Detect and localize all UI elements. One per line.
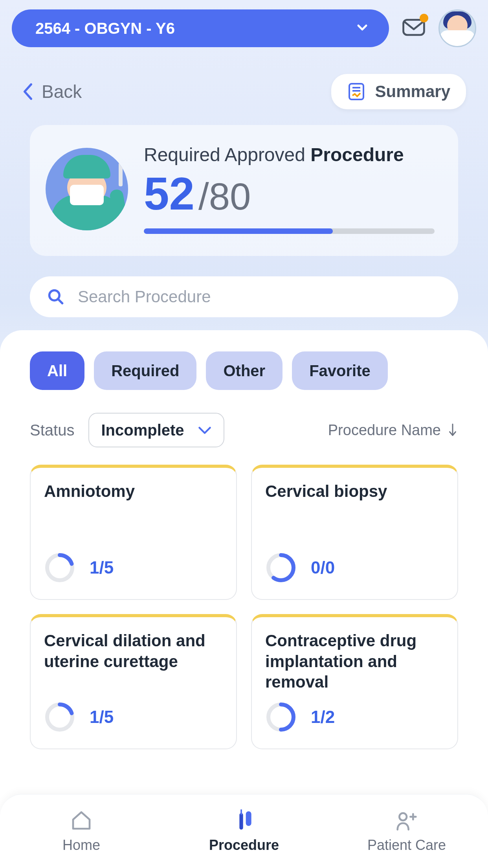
avatar-button[interactable] <box>438 9 476 47</box>
search-bar[interactable] <box>30 276 458 317</box>
mail-button[interactable] <box>402 16 426 40</box>
progress-ring-icon <box>44 552 75 583</box>
procedure-fraction: 0/0 <box>311 558 335 577</box>
procedure-card[interactable]: Cervical biopsy 0/0 <box>251 465 458 600</box>
program-selector[interactable]: 2564 - OBGYN - Y6 <box>12 9 389 47</box>
summary-label: Summary <box>375 82 450 101</box>
summary-icon <box>347 82 366 101</box>
chip-favorite[interactable]: Favorite <box>292 351 388 390</box>
search-icon <box>47 288 64 305</box>
chip-other[interactable]: Other <box>206 351 283 390</box>
sort-button[interactable]: Procedure Name <box>328 422 458 439</box>
program-label: 2564 - OBGYN - Y6 <box>35 20 175 37</box>
progress-info: Required Approved Procedure 52 /80 <box>144 144 435 234</box>
nav-label: Procedure <box>209 837 279 853</box>
procedure-name: Cervical biopsy <box>265 481 444 502</box>
chevron-down-icon <box>354 20 370 37</box>
content-panel: All Required Other Favorite Status Incom… <box>0 330 488 868</box>
status-label: Status <box>30 421 74 439</box>
procedure-card[interactable]: Cervical dilation and uterine curettage … <box>30 614 237 749</box>
progress-total: /80 <box>198 178 251 215</box>
patient-care-icon <box>394 809 419 831</box>
header: 2564 - OBGYN - Y6 <box>0 0 488 57</box>
nav-home[interactable]: Home <box>0 794 163 868</box>
home-icon <box>69 809 94 831</box>
status-value: Incomplete <box>101 421 184 439</box>
back-button[interactable]: Back <box>22 81 82 102</box>
progress-ring-icon <box>265 701 297 733</box>
progress-ring-icon <box>44 701 75 733</box>
progress-current: 52 <box>144 171 194 217</box>
nav-label: Home <box>62 837 100 853</box>
procedure-fraction: 1/5 <box>90 558 114 577</box>
chevron-left-icon <box>22 83 33 100</box>
status-dropdown[interactable]: Incomplete <box>88 413 224 447</box>
svg-rect-15 <box>246 811 251 826</box>
procedure-name: Cervical dilation and uterine curettage <box>44 631 223 672</box>
procedure-name: Amniotomy <box>44 481 223 502</box>
subheader: Back Summary <box>0 57 488 109</box>
progress-bar <box>144 228 435 234</box>
summary-button[interactable]: Summary <box>331 74 466 109</box>
progress-card: Required Approved Procedure 52 /80 <box>30 125 458 256</box>
sort-label: Procedure Name <box>328 422 441 439</box>
progress-ring-icon <box>265 552 297 583</box>
arrow-down-icon <box>447 423 458 437</box>
surgeon-icon <box>46 148 128 230</box>
chip-all[interactable]: All <box>30 351 84 390</box>
svg-point-18 <box>399 813 407 820</box>
progress-title: Required Approved Procedure <box>144 144 435 166</box>
procedure-name: Contraceptive drug implantation and remo… <box>265 631 444 693</box>
search-input[interactable] <box>78 287 441 306</box>
back-label: Back <box>42 81 82 102</box>
nav-label: Patient Care <box>367 837 446 853</box>
procedure-fraction: 1/5 <box>90 707 114 727</box>
svg-line-5 <box>58 299 62 303</box>
chevron-down-icon <box>198 425 212 435</box>
svg-rect-17 <box>240 809 242 815</box>
notification-dot-icon <box>420 14 428 22</box>
filter-chips: All Required Other Favorite <box>30 351 458 390</box>
svg-rect-0 <box>404 20 424 35</box>
progress-bar-fill <box>144 228 333 234</box>
procedure-grid: Amniotomy 1/5 Cervical biopsy 0/0 Cervic… <box>30 465 458 749</box>
svg-rect-16 <box>239 813 243 829</box>
chip-required[interactable]: Required <box>94 351 196 390</box>
bottom-nav: Home Procedure Patient Care <box>0 794 488 868</box>
procedure-card[interactable]: Contraceptive drug implantation and remo… <box>251 614 458 749</box>
nav-patient-care[interactable]: Patient Care <box>325 794 488 868</box>
status-row: Status Incomplete Procedure Name <box>30 413 458 447</box>
procedure-fraction: 1/2 <box>311 707 335 727</box>
nav-procedure[interactable]: Procedure <box>163 794 325 868</box>
procedure-card[interactable]: Amniotomy 1/5 <box>30 465 237 600</box>
syringe-icon <box>231 809 257 831</box>
